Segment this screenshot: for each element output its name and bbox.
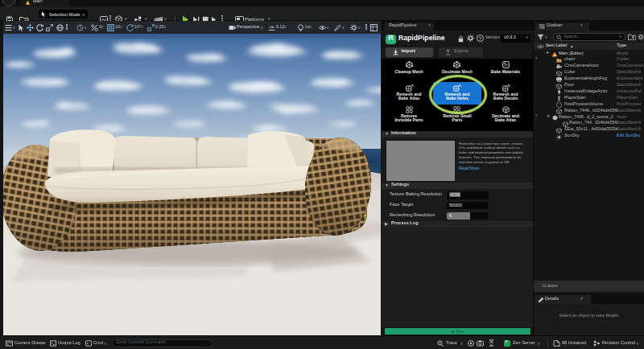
svg-text:?: ? <box>479 36 482 41</box>
